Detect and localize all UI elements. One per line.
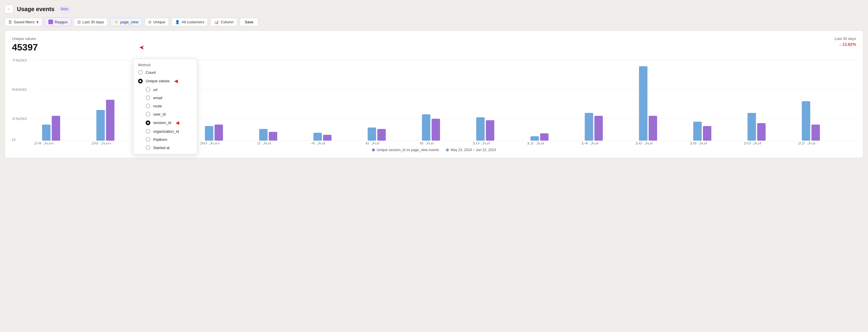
svg-rect-21 [377,129,386,141]
svg-rect-10 [96,110,105,141]
svg-rect-11 [106,100,115,141]
legend-primary-dot [372,148,375,151]
arrow-unique-values: ◀ [174,78,178,84]
beta-badge: Beta [58,6,71,12]
save-button[interactable]: Save [240,18,258,26]
dropdown-item-session-id[interactable]: session_id ◀ [133,118,197,127]
radio-started-at [146,145,150,150]
legend-secondary-dot [446,148,449,151]
chart-icon: 📊 [214,20,219,24]
svg-rect-20 [368,128,376,141]
radio-route [146,104,150,108]
svg-text:0: 0 [12,138,16,141]
svg-text:22 Jul: 22 Jul [798,141,815,145]
svg-rect-16 [259,129,268,141]
back-icon: ← [7,7,11,11]
svg-rect-14 [205,126,213,141]
dropdown-item-count[interactable]: Count [133,68,197,77]
calendar-icon: ⊡ [78,20,81,24]
svg-rect-33 [703,126,711,141]
svg-rect-25 [486,120,494,141]
radio-count [138,70,143,75]
dropdown-item-unique-values[interactable]: Unique values ◀ [133,77,197,85]
svg-rect-22 [422,114,431,141]
metric-block: Unique values 45397 [12,36,38,53]
svg-rect-18 [313,133,322,141]
svg-text:26 Jun: 26 Jun [91,141,111,145]
svg-text:6 Jul: 6 Jul [366,141,379,145]
metric-right: Last 30 days ↓ 13.82% [835,36,856,47]
svg-rect-27 [540,133,549,141]
svg-rect-31 [649,116,657,141]
event-button[interactable]: ⚡ page_view [110,18,142,26]
dropdown-item-email[interactable]: email [133,94,197,102]
svg-text:20 Jul: 20 Jul [744,141,762,145]
svg-rect-34 [747,113,756,141]
svg-text:18 Jul: 18 Jul [689,141,707,145]
app-selector-button[interactable]: Raygun [44,18,72,26]
chevron-down-icon: ▾ [36,20,38,24]
metric-value: 45397 [12,42,38,53]
chart-header: Unique values 45397 Last 30 days ↓ 13.82… [12,36,856,53]
aggregation-button[interactable]: ⊙ Unique [145,18,169,26]
svg-rect-23 [432,119,440,141]
svg-rect-17 [269,132,277,141]
back-button[interactable]: ← [5,5,13,13]
dropdown-item-started-at[interactable]: Started at [133,143,197,152]
svg-text:16 Jul: 16 Jul [635,141,653,145]
dropdown-section-label: Method [133,61,197,68]
svg-rect-32 [693,122,702,141]
svg-rect-24 [476,117,485,141]
dropdown-item-platform[interactable]: Platform [133,135,197,143]
svg-text:24 Jun: 24 Jun [34,141,54,145]
svg-text:2500: 2500 [12,117,27,120]
svg-text:4 Jul: 4 Jul [311,141,326,145]
page-header: ← Usage events Beta [5,5,863,13]
arrow-to-event-button: ➤ [139,44,145,51]
dropdown-item-route[interactable]: route [133,102,197,110]
app-icon [48,20,53,24]
radio-unique-values [138,79,143,83]
svg-rect-26 [530,136,539,141]
metric-change: ↓ 13.82% [835,42,856,47]
svg-rect-9 [52,116,60,141]
legend-primary: Unique session_id on page_view events [372,148,439,152]
metric-label: Unique values [12,36,38,41]
chart-type-button[interactable]: 📊 Column [210,18,238,26]
dropdown-item-url[interactable]: url [133,85,197,94]
period-button[interactable]: ⊡ Last 30 days [74,18,108,26]
svg-text:30 Jun: 30 Jun [200,141,220,145]
main-card: Unique values 45397 Last 30 days ↓ 13.82… [5,30,863,158]
svg-rect-29 [594,116,603,141]
method-dropdown: ➤ Method Count Unique values ◀ url email… [133,59,197,154]
svg-rect-30 [639,66,648,141]
svg-rect-28 [585,113,593,141]
svg-rect-36 [802,101,810,141]
filter-icon: ☰ [8,20,12,24]
dropdown-item-organization-id[interactable]: organization_id [133,127,197,135]
svg-rect-35 [757,123,766,141]
dropdown-item-user-id[interactable]: user_id [133,110,197,118]
audience-button[interactable]: 👤 All customers [171,18,208,26]
svg-text:7500: 7500 [12,59,27,62]
radio-url [146,87,150,92]
radio-platform [146,137,150,142]
person-icon: 👤 [175,20,180,24]
legend-secondary: May 23, 2024 – Jun 22, 2024 [446,148,496,152]
page-title: Usage events [17,6,55,12]
svg-rect-8 [42,124,51,141]
svg-text:2 Jul: 2 Jul [257,141,271,145]
metric-period: Last 30 days [835,36,856,41]
svg-text:8 Jul: 8 Jul [420,141,434,145]
radio-organization-id [146,129,150,134]
svg-text:12 Jul: 12 Jul [526,141,544,145]
svg-text:10 Jul: 10 Jul [472,141,490,145]
svg-rect-19 [323,135,332,141]
saved-filters-button[interactable]: ☰ Saved filters ▾ [5,18,42,26]
radio-session-id [146,120,150,125]
toolbar: ☰ Saved filters ▾ Raygun ⊡ Last 30 days … [5,18,863,26]
svg-rect-15 [215,124,223,141]
arrow-session-id: ◀ [176,120,179,126]
radio-user-id [146,112,150,116]
unique-icon: ⊙ [148,20,152,24]
